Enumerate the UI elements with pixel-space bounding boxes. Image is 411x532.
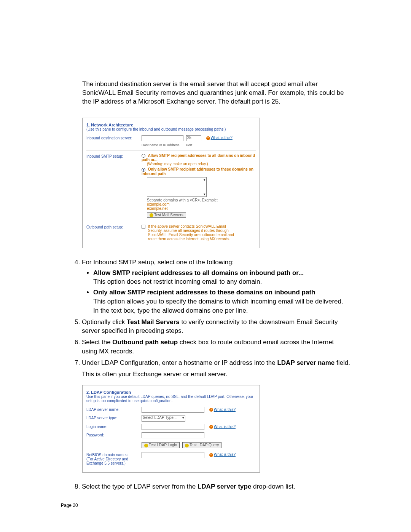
port-caption: Port xyxy=(186,143,193,147)
step-8: Select the type of LDAP server from the … xyxy=(82,482,350,491)
step-6: Select the Outbound path setup check box… xyxy=(82,338,350,356)
outbound-checkbox[interactable] xyxy=(142,225,145,228)
radio-allow-all[interactable] xyxy=(142,154,145,158)
example2: example.net xyxy=(147,206,256,211)
domains-textarea[interactable]: ▾ xyxy=(147,177,207,197)
test-ldap-login-button[interactable]: Test LDAP Login xyxy=(142,442,180,448)
help-icon[interactable]: ? xyxy=(209,408,213,412)
inbound-dest-label: Inbound destination server: xyxy=(86,135,142,140)
step-5: Optionally click Test Mail Servers to ve… xyxy=(82,318,350,336)
section-subtitle: (Use this pane to configure the inbound … xyxy=(86,127,256,131)
host-input[interactable] xyxy=(142,135,183,141)
outbound-path-label: Outbound path setup: xyxy=(86,224,142,229)
login-name-label: Login name: xyxy=(86,424,142,429)
ldap-server-name-input[interactable] xyxy=(142,407,204,413)
test-icon xyxy=(144,444,148,447)
netbios-label: NetBIOS domain names: (For Active Direct… xyxy=(86,452,142,465)
example1: example.com xyxy=(147,202,256,206)
option2-text: Only allow SMTP recipient addresses to t… xyxy=(142,167,253,176)
intro-paragraph: The inbound destination server is the em… xyxy=(82,80,350,106)
help-link[interactable]: What is this? xyxy=(214,425,236,429)
outbound-text: If the above server contacts SonicWALL E… xyxy=(148,224,239,241)
help-icon[interactable]: ? xyxy=(209,425,213,429)
test-icon xyxy=(185,444,189,447)
ldap-server-type-select[interactable]: Select LDAP Type... xyxy=(142,415,185,422)
ldap-config-screenshot: 2. LDAP Configuration Use this pane if y… xyxy=(82,385,260,472)
test-ldap-query-button[interactable]: Test LDAP Query xyxy=(182,442,221,448)
step7-note: This is often your Exchange server or em… xyxy=(82,370,350,379)
ldap-title: 2. LDAP Configuration xyxy=(86,390,256,395)
test-mail-servers-button[interactable]: Test Mail Servers xyxy=(147,212,186,218)
ldap-server-type-label: LDAP server type: xyxy=(86,415,142,420)
step4-bullet2: Only allow SMTP recipient addresses to t… xyxy=(93,288,350,315)
radio-only-allow[interactable] xyxy=(142,168,145,172)
page-footer: Page 20 xyxy=(61,503,350,508)
page: The inbound destination server is the em… xyxy=(0,0,411,531)
option1-text: Allow SMTP recipient addresses to all do… xyxy=(142,153,255,162)
option1-note: (Warning: may make an open relay.) xyxy=(147,162,256,166)
password-input[interactable] xyxy=(142,432,204,438)
help-icon[interactable]: ? xyxy=(209,453,213,457)
step-4: For Inbound SMTP setup, select one of th… xyxy=(82,258,350,315)
help-link[interactable]: What is this? xyxy=(214,407,236,412)
step4-bullet1: Allow SMTP recipient addresses to all do… xyxy=(93,268,350,287)
help-icon[interactable]: ? xyxy=(206,136,210,140)
ldap-subtitle: Use this pane if you use default LDAP qu… xyxy=(86,395,256,403)
inbound-smtp-label: Inbound SMTP setup: xyxy=(86,153,142,158)
steps-list-1: For Inbound SMTP setup, select one of th… xyxy=(72,258,350,379)
login-name-input[interactable] xyxy=(142,424,204,430)
test-icon xyxy=(150,213,153,217)
ldap-server-name-label: LDAP server name: xyxy=(86,407,142,412)
port-input[interactable]: 25 xyxy=(186,135,201,141)
step-7: Under LDAP Configuration, enter a hostna… xyxy=(82,358,350,379)
steps-list-2: Select the type of LDAP server from the … xyxy=(72,482,350,491)
help-link[interactable]: What is this? xyxy=(214,452,236,457)
password-label: Password: xyxy=(86,432,142,437)
textarea-note: Separate domains with a <CR>. Example: xyxy=(147,198,256,202)
host-caption: Host name or IP address xyxy=(142,143,185,147)
help-link[interactable]: What is this? xyxy=(211,136,233,140)
network-architecture-screenshot: 1. Network Architecture (Use this pane t… xyxy=(82,118,260,248)
netbios-input[interactable] xyxy=(142,452,204,458)
section-title: 1. Network Architecture xyxy=(86,123,256,127)
